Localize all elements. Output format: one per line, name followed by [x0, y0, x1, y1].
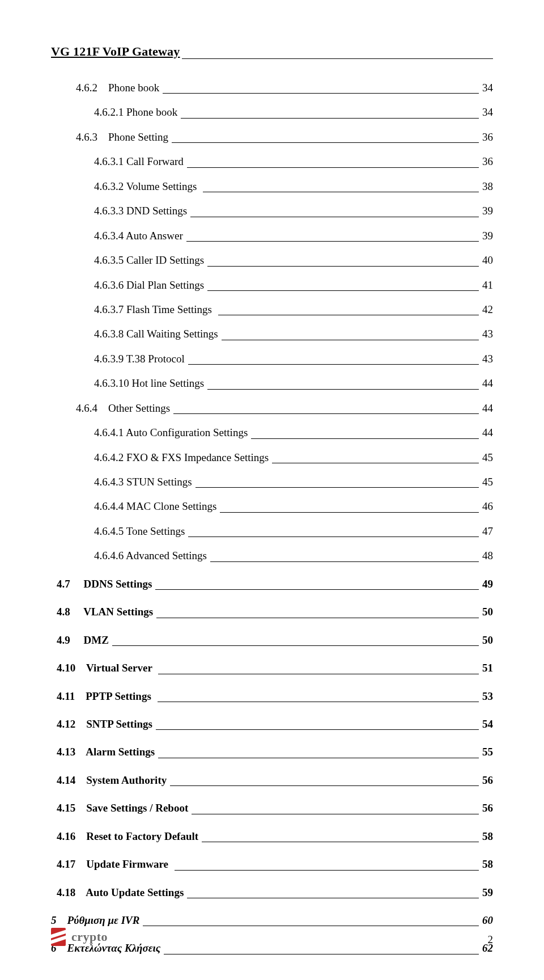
toc-entry-page: 34: [482, 104, 493, 120]
toc-entry-page: 39: [482, 202, 493, 219]
page-footer: crypto 2: [51, 928, 493, 946]
toc-entry-leader: [190, 217, 479, 217]
toc-entry-leader: [207, 389, 479, 390]
toc-entry-label: 5 Ρύθμιση με IVR: [51, 912, 139, 928]
toc-entry-leader: [173, 413, 479, 414]
toc-entry: 4.6.3.10 Hot line Settings44: [51, 375, 493, 391]
toc-entry-leader: [156, 729, 479, 730]
toc-entry: 4.6.3.8 Call Waiting Settings43: [51, 326, 493, 342]
toc-entry-page: 40: [482, 252, 493, 268]
toc-entry: 4.12 SNTP Settings54: [51, 716, 493, 732]
toc-entry-leader: [163, 93, 479, 94]
page-title-rule: [182, 46, 493, 59]
toc-entry: 4.6.3.3 DND Settings39: [51, 202, 493, 219]
toc-entry-label: 4.15 Save Settings / Reboot: [57, 800, 188, 816]
toc-entry: 4.14 System Authority56: [51, 772, 493, 788]
toc-entry-label: 4.12 SNTP Settings: [57, 716, 152, 732]
toc-entry-page: 48: [482, 547, 493, 564]
toc-entry: 4.6.4 Other Settings44: [51, 400, 493, 416]
brand-logo-text: crypto: [71, 930, 108, 944]
toc-entry-leader: [192, 814, 479, 814]
brand-logo-icon: [51, 928, 66, 946]
toc-entry: 4.8 VLAN Settings50: [51, 603, 493, 620]
toc-entry-leader: [218, 315, 479, 315]
toc-entry-leader: [187, 167, 479, 168]
toc-entry: 4.6.3.9 T.38 Protocol43: [51, 350, 493, 367]
toc-entry-page: 56: [482, 800, 493, 816]
toc-entry-page: 44: [482, 424, 493, 441]
toc-entry-page: 50: [482, 632, 493, 648]
toc-entry-label: 4.9 DMZ: [57, 632, 109, 648]
toc-entry-label: 4.6.4.4 MAC Clone Settings: [94, 498, 216, 514]
toc-entry-leader: [188, 537, 479, 537]
toc-entry-label: 4.6.3.8 Call Waiting Settings: [94, 326, 218, 342]
toc-entry-leader: [155, 589, 479, 590]
page-number: 2: [488, 933, 494, 946]
toc-entry-page: 38: [482, 178, 493, 195]
toc-entry: 4.15 Save Settings / Reboot56: [51, 800, 493, 816]
toc-entry-page: 55: [482, 744, 493, 760]
toc-entry: 4.6.4.1 Auto Configuration Settings44: [51, 424, 493, 441]
toc-entry-label: 4.7 DDNS Settings: [57, 576, 152, 592]
toc-entry-page: 53: [482, 688, 493, 704]
toc-entry: 4.17 Update Firmware 58: [51, 856, 493, 872]
toc-entry-leader: [156, 618, 479, 618]
table-of-contents: 4.6.2 Phone book344.6.2.1 Phone book344.…: [51, 79, 493, 957]
toc-entry-leader: [196, 487, 479, 488]
toc-entry-page: 45: [482, 449, 493, 466]
toc-entry-leader: [175, 870, 479, 871]
toc-entry: 4.7 DDNS Settings49: [51, 576, 493, 592]
toc-entry-label: 4.6.3.1 Call Forward: [94, 153, 184, 170]
toc-entry-page: 56: [482, 772, 493, 788]
toc-entry-label: 4.6.2 Phone book: [76, 79, 159, 96]
toc-entry-page: 59: [482, 884, 493, 901]
toc-entry-label: 4.6.3.3 DND Settings: [94, 202, 187, 219]
toc-entry-page: 60: [482, 912, 493, 928]
toc-entry: 4.6.3.7 Flash Time Settings 42: [51, 301, 493, 318]
toc-entry: 4.6.4.2 FXO & FXS Impedance Settings45: [51, 449, 493, 466]
toc-entry: 4.6.4.4 MAC Clone Settings46: [51, 498, 493, 514]
toc-entry-page: 54: [482, 716, 493, 732]
toc-entry-leader: [251, 438, 479, 439]
toc-entry-leader: [164, 954, 479, 954]
toc-entry: 4.6.3.4 Auto Answer39: [51, 227, 493, 244]
toc-entry-page: 34: [482, 79, 493, 96]
toc-entry: 4.6.3.1 Call Forward36: [51, 153, 493, 170]
toc-entry-label: 4.6.3 Phone Setting: [76, 129, 168, 145]
toc-entry-page: 49: [482, 576, 493, 592]
toc-entry-label: 4.10 Virtual Server: [57, 660, 155, 676]
toc-entry-label: 4.6.2.1 Phone book: [94, 104, 177, 120]
toc-entry-label: 4.13 Alarm Settings: [57, 744, 155, 760]
toc-entry-page: 36: [482, 153, 493, 170]
toc-entry: 4.6.4.3 STUN Settings45: [51, 474, 493, 490]
toc-entry-leader: [202, 842, 479, 842]
toc-entry: 4.6.4.6 Advanced Settings48: [51, 547, 493, 564]
toc-entry-label: 4.14 System Authority: [57, 772, 167, 788]
toc-entry-page: 44: [482, 375, 493, 391]
toc-entry-page: 44: [482, 400, 493, 416]
toc-entry-label: 4.6.3.9 T.38 Protocol: [94, 350, 185, 367]
toc-entry-label: 4.18 Auto Update Settings: [57, 884, 184, 901]
toc-entry: 4.10 Virtual Server 51: [51, 660, 493, 676]
toc-entry: 4.18 Auto Update Settings59: [51, 884, 493, 901]
toc-entry-label: 4.6.4.2 FXO & FXS Impedance Settings: [94, 449, 269, 466]
toc-entry-label: 4.6.3.10 Hot line Settings: [94, 375, 204, 391]
toc-entry-label: 4.6.4.5 Tone Settings: [94, 523, 185, 539]
toc-entry-page: 41: [482, 277, 493, 293]
toc-entry-leader: [143, 926, 479, 926]
toc-entry-leader: [203, 192, 479, 192]
toc-entry: 4.6.3 Phone Setting36: [51, 129, 493, 145]
toc-entry-page: 47: [482, 523, 493, 539]
toc-entry: 5 Ρύθμιση με IVR60: [51, 912, 493, 928]
toc-entry: 4.6.4.5 Tone Settings47: [51, 523, 493, 539]
toc-entry-label: 4.8 VLAN Settings: [57, 603, 153, 620]
toc-entry-leader: [112, 645, 479, 646]
toc-entry: 4.9 DMZ50: [51, 632, 493, 648]
toc-entry: 4.13 Alarm Settings55: [51, 744, 493, 760]
toc-entry-leader: [158, 702, 479, 702]
page-title: VG 121F VoIP Gateway: [51, 44, 493, 59]
toc-entry-label: 4.6.3.2 Volume Settings: [94, 178, 199, 195]
toc-entry-leader: [187, 898, 479, 898]
toc-entry-label: 4.6.4.3 STUN Settings: [94, 474, 192, 490]
toc-entry-page: 43: [482, 350, 493, 367]
